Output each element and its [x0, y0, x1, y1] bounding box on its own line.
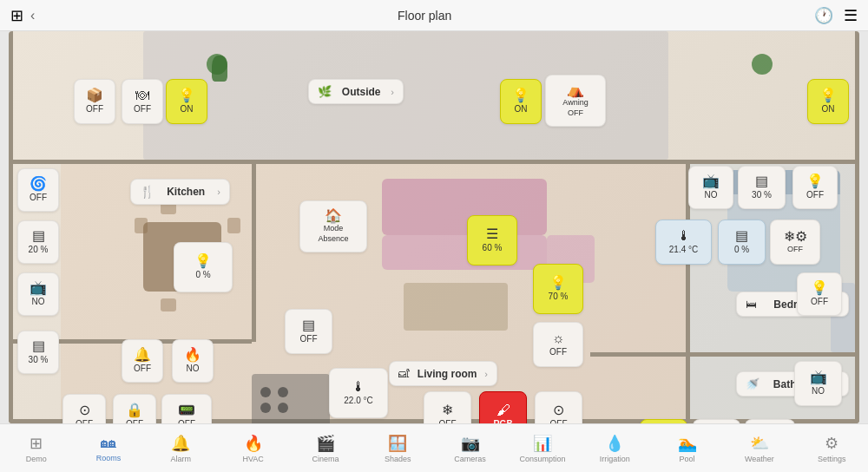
device-shade-bed3[interactable]: ▤ 0 %: [718, 220, 766, 265]
history-icon[interactable]: 🕐: [814, 6, 833, 25]
outside-room-label[interactable]: 🌿 Outside ›: [308, 79, 404, 104]
device-shade-bed1[interactable]: 📺 NO: [688, 166, 733, 209]
device-d3[interactable]: 💡 ON: [166, 79, 207, 124]
device-light-living[interactable]: 💡 70 %: [533, 264, 583, 314]
device-d1[interactable]: 📦 OFF: [74, 79, 115, 124]
device-light-bed[interactable]: 💡 OFF: [792, 166, 838, 209]
device-d3-icon: 💡: [178, 88, 195, 102]
living-room-label[interactable]: 🛋 Living room ›: [389, 361, 497, 386]
device-d6[interactable]: 💡 ON: [807, 79, 849, 124]
device-d6-label: ON: [822, 103, 835, 115]
device-shade-bed2[interactable]: ▤ 30 %: [738, 166, 786, 209]
nav-item-pool[interactable]: 🏊 Pool: [661, 434, 713, 463]
nav-item-alarm[interactable]: 🔔 Alarm: [155, 434, 207, 463]
settings-icon: ⚙: [825, 434, 838, 453]
nav-item-settings[interactable]: ⚙ Settings: [806, 434, 858, 463]
device-temp-bed-label: 21.4 °C: [669, 244, 698, 255]
nav-item-irrigation[interactable]: 💧 Irrigation: [589, 434, 641, 463]
device-sun-living-label: OFF: [549, 346, 567, 357]
nav-item-shades[interactable]: 🪟 Shades: [372, 434, 424, 463]
device-light-bed2[interactable]: 💡 OFF: [797, 272, 842, 316]
kitchen-room-label[interactable]: 🍴 Kitchen ›: [130, 179, 230, 205]
grid-icon[interactable]: ⊞: [10, 6, 23, 25]
device-fan-label: OFF: [30, 192, 47, 203]
device-d6-icon: 💡: [819, 88, 837, 102]
device-dimmer[interactable]: 💡 0 %: [174, 242, 233, 292]
plant1-tall: [212, 56, 227, 82]
device-bath-panel[interactable]: 📟⚙ OFF: [745, 419, 795, 423]
device-d1-icon: 📦: [86, 88, 103, 102]
device-socket-living-label: OFF: [550, 418, 568, 423]
coffee-table: [404, 283, 508, 331]
device-ac-label: OFF: [439, 418, 457, 423]
chair3: [161, 298, 176, 311]
device-rgb-icon: 🖌: [496, 403, 510, 417]
nav-item-rooms[interactable]: 🏘 Rooms: [82, 434, 135, 462]
device-shade-bed4[interactable]: 📺 NO: [794, 361, 842, 406]
device-fan[interactable]: 🌀 OFF: [17, 168, 59, 212]
wall-bath-v: [686, 352, 690, 423]
nav-item-consumption[interactable]: 📊 Consumption: [516, 434, 569, 463]
device-light-bed-icon: 💡: [806, 174, 824, 188]
device-socket1[interactable]: ⊙ OFF: [62, 394, 106, 423]
menu-icon[interactable]: ☰: [844, 6, 858, 25]
device-temp-bed-icon: 🌡: [677, 229, 691, 243]
device-dimmer-label: 0 %: [195, 269, 210, 280]
device-rgb-label: RGB: [493, 418, 512, 423]
device-d4[interactable]: 💡 ON: [500, 79, 542, 124]
wall-left-v: [9, 31, 13, 423]
device-dimmer-icon: 💡: [194, 254, 212, 268]
nav-item-hvac[interactable]: 🔥 HVAC: [227, 434, 279, 463]
device-shade2[interactable]: ▤ 30 %: [17, 331, 59, 374]
device-fire[interactable]: 🔥 NO: [172, 339, 214, 383]
device-socket-living[interactable]: ⊙ OFF: [535, 391, 582, 423]
device-awning[interactable]: ⛺ AwningOFF: [545, 75, 606, 127]
nav-pool-label: Pool: [680, 455, 695, 463]
device-panel[interactable]: 📟 OFF: [161, 394, 212, 423]
nav-item-weather[interactable]: ⛅ Weather: [733, 434, 786, 463]
page-title: Floor plan: [398, 9, 451, 23]
device-hvac[interactable]: 🌡 22.0 °C: [329, 368, 388, 418]
device-tv1-icon: 📺: [30, 281, 47, 295]
device-shade1[interactable]: ▤ 20 %: [17, 220, 59, 264]
device-temp-bed[interactable]: 🌡 21.4 °C: [655, 220, 712, 265]
shades-icon: 🪟: [388, 434, 407, 453]
device-shade-yellow[interactable]: ☰ 60 %: [467, 215, 517, 266]
kitchen-label: Kitchen: [167, 186, 205, 198]
device-d3-label: ON: [181, 103, 194, 115]
device-shade-bed1-icon: 📺: [702, 174, 720, 188]
device-bath-socket[interactable]: ⊙ OFF: [693, 419, 740, 423]
device-panel-icon: 📟: [178, 403, 195, 417]
device-shade-yellow-icon: ☰: [486, 227, 498, 241]
device-rgb[interactable]: 🖌 RGB: [479, 391, 527, 423]
bedroom-icon: 🛏: [746, 298, 757, 311]
hvac-icon: 🔥: [244, 434, 263, 453]
stove1: [260, 387, 271, 397]
nav-settings-label: Settings: [818, 455, 846, 463]
device-bell-label: OFF: [134, 363, 151, 374]
device-sun-living-icon: ☼: [552, 331, 565, 345]
device-mode[interactable]: 🏠 ModeAbsence: [299, 200, 367, 252]
device-lock-label: OFF: [126, 418, 143, 423]
device-ac-bed[interactable]: ❄⚙ OFF: [770, 220, 820, 265]
device-lock[interactable]: 🔒 OFF: [113, 394, 156, 423]
device-ac[interactable]: ❄ OFF: [424, 391, 471, 423]
device-shade2-icon: ▤: [32, 339, 45, 353]
device-shade-living[interactable]: ▤ OFF: [285, 309, 332, 354]
device-light-living-label: 70 %: [549, 291, 569, 302]
device-d4-label: ON: [515, 103, 528, 115]
nav-demo-label: Demo: [26, 455, 47, 463]
stove2: [278, 387, 288, 397]
nav-item-demo[interactable]: ⊞ Demo: [10, 434, 62, 463]
device-bath-shower[interactable]: 🚿 ON: [640, 419, 687, 423]
nav-item-cameras[interactable]: 📷 Cameras: [444, 434, 496, 463]
device-sun-living[interactable]: ☼ OFF: [533, 322, 583, 367]
nav-cameras-label: Cameras: [454, 455, 486, 463]
back-icon[interactable]: ‹: [30, 8, 35, 23]
device-tv1[interactable]: 📺 NO: [17, 272, 59, 316]
device-bell[interactable]: 🔔 OFF: [122, 339, 163, 383]
wall-kitchen-v: [252, 160, 256, 342]
device-shade-living-label: OFF: [300, 333, 318, 344]
nav-item-cinema[interactable]: 🎬 Cinema: [299, 434, 352, 463]
device-d2[interactable]: 🍽 OFF: [122, 79, 163, 124]
